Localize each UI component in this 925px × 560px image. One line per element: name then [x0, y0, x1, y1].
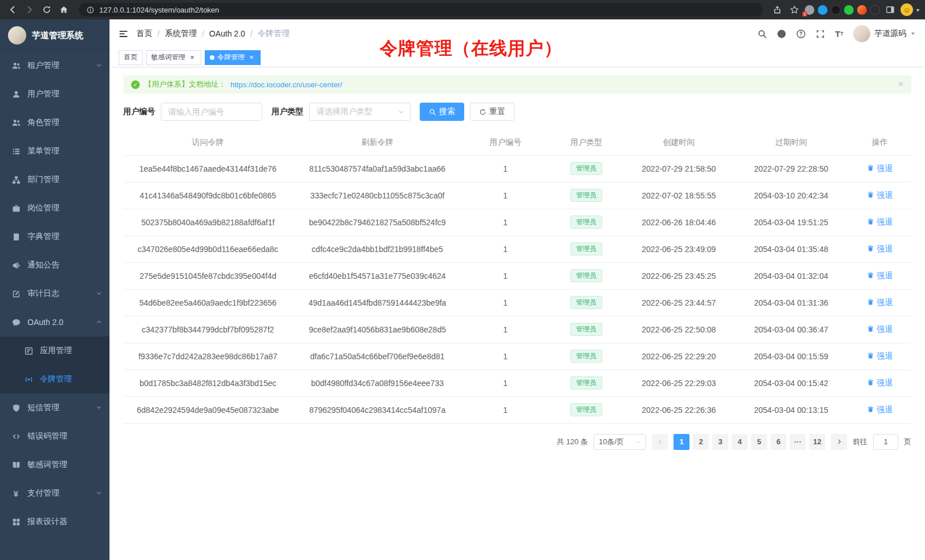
force-logout-button[interactable]: 强退 — [863, 163, 896, 175]
sidebar-item-3[interactable]: 菜单管理 — [0, 137, 109, 165]
font-size-icon[interactable]: TT — [835, 29, 843, 39]
reload-icon[interactable] — [40, 3, 54, 17]
browser-profile-avatar[interactable]: ☺ — [900, 3, 913, 16]
pager-page-6[interactable]: 6 — [770, 434, 786, 450]
force-logout-button[interactable]: 强退 — [863, 244, 896, 255]
force-logout-label: 强退 — [877, 244, 892, 254]
browser-menu-caret-icon[interactable]: ▾ — [916, 7, 919, 13]
force-logout-button[interactable]: 强退 — [863, 297, 896, 309]
extension-icon-6[interactable] — [870, 5, 880, 15]
pager-page-12[interactable]: 12 — [809, 434, 825, 450]
sidebar-item-16[interactable]: 报表设计器 — [0, 508, 109, 536]
user-dropdown[interactable]: 芋道源码 — [853, 25, 916, 42]
sidebar-item-7[interactable]: 通知公告 — [0, 251, 109, 279]
pager-more-button[interactable]: ··· — [790, 434, 806, 450]
sidebar-item-0[interactable]: 租户管理 — [0, 51, 109, 80]
pager-page-4[interactable]: 4 — [732, 434, 748, 450]
sidebar-item-1[interactable]: 用户管理 — [0, 80, 109, 108]
github-icon[interactable] — [777, 29, 786, 39]
extension-icon-3[interactable] — [831, 5, 841, 15]
reset-button[interactable]: 重置 — [470, 103, 514, 121]
side-panel-icon[interactable] — [883, 3, 897, 17]
user-id-label: 用户编号 — [123, 107, 155, 117]
force-logout-button[interactable]: 强退 — [863, 217, 896, 228]
user-type-select[interactable]: 请选择用户类型 — [309, 103, 411, 121]
pager-page-2[interactable]: 2 — [693, 434, 709, 450]
sidebar-item-10[interactable]: 应用管理 — [0, 336, 109, 365]
sidebar-item-2[interactable]: 角色管理 — [0, 108, 109, 137]
sidebar-item-label: 支付管理 — [27, 488, 96, 498]
breadcrumb-item[interactable]: 系统管理 — [165, 29, 197, 39]
pager-page-3[interactable]: 3 — [712, 434, 728, 450]
pager-page-5[interactable]: 5 — [751, 434, 767, 450]
expire-time-cell: 2054-03-10 20:42:34 — [734, 182, 848, 209]
tab-close-icon[interactable]: × — [188, 54, 196, 62]
user-type-cell: 管理员 — [549, 289, 623, 316]
sidebar-item-9[interactable]: OAuth 2.0 — [0, 308, 109, 336]
delete-icon — [867, 164, 874, 173]
force-logout-button[interactable]: 强退 — [863, 190, 896, 201]
alert-close-icon[interactable]: × — [898, 79, 903, 90]
sidebar-item-6[interactable]: 字典管理 — [0, 222, 109, 251]
prev-page-button[interactable] — [652, 434, 668, 450]
user-avatar — [853, 25, 870, 42]
breadcrumb-item[interactable]: 首页 — [136, 29, 152, 39]
extension-icon-1[interactable]: 1 — [805, 5, 814, 15]
sidebar-item-4[interactable]: 部门管理 — [0, 165, 109, 194]
extension-icon-4[interactable] — [844, 5, 854, 15]
created-time-cell: 2022-06-25 22:50:08 — [624, 316, 734, 343]
forward-icon[interactable] — [23, 3, 36, 17]
alert-doc-link[interactable]: https://doc.iocoder.cn/user-center/ — [230, 80, 342, 89]
users-icon — [11, 61, 21, 70]
fullscreen-icon[interactable] — [816, 29, 825, 39]
sidebar-item-8[interactable]: 审计日志 — [0, 279, 109, 308]
sidebar-item-15[interactable]: ¥支付管理 — [0, 479, 109, 508]
tab-0[interactable]: 首页 — [119, 50, 143, 65]
back-icon[interactable] — [6, 3, 19, 17]
extension-icon-2[interactable] — [818, 5, 827, 15]
tab-2[interactable]: 令牌管理× — [205, 50, 261, 65]
sidebar-item-label: 菜单管理 — [27, 146, 103, 156]
force-logout-label: 强退 — [877, 405, 892, 415]
pager-page-1[interactable]: 1 — [674, 434, 689, 450]
force-logout-button[interactable]: 强退 — [863, 404, 896, 416]
search-button-icon — [429, 108, 436, 116]
tab-1[interactable]: 敏感词管理× — [146, 50, 201, 65]
sidebar-item-5[interactable]: 岗位管理 — [0, 194, 109, 222]
chevron-down-icon — [96, 490, 103, 497]
sidebar-menu: 租户管理用户管理角色管理菜单管理部门管理岗位管理字典管理通知公告审计日志OAut… — [0, 51, 109, 536]
force-logout-button[interactable]: 强退 — [863, 351, 896, 362]
goto-page-input[interactable] — [873, 434, 898, 450]
page-size-select[interactable]: 10条/页 — [594, 434, 646, 450]
sidebar-item-11[interactable]: 令牌管理 — [0, 365, 109, 393]
tab-close-icon[interactable]: × — [248, 54, 255, 62]
bookmark-star-icon[interactable] — [788, 3, 801, 17]
force-logout-label: 强退 — [877, 324, 892, 335]
force-logout-button[interactable]: 强退 — [863, 378, 896, 389]
search-icon[interactable] — [757, 29, 767, 39]
menu-fold-icon[interactable] — [119, 29, 128, 39]
extension-icon-5[interactable] — [857, 5, 867, 15]
force-logout-button[interactable]: 强退 — [863, 270, 896, 282]
sidebar-item-12[interactable]: 短信管理 — [0, 393, 109, 422]
next-page-button[interactable] — [831, 434, 847, 450]
access-token-cell: 41c41346a548490f9dc8b01c6bfe0865 — [123, 182, 293, 209]
user-id-input[interactable] — [161, 103, 262, 121]
app-logo[interactable]: 芋道管理系统 — [0, 19, 109, 51]
breadcrumb-item[interactable]: OAuth 2.0 — [209, 29, 245, 38]
sidebar-item-label: 应用管理 — [40, 346, 103, 356]
home-icon[interactable] — [57, 3, 71, 17]
info-icon[interactable] — [86, 5, 95, 14]
table-row: 6d842e2924594de9a09e45e087323abe8796295f… — [123, 396, 911, 423]
sidebar-item-13[interactable]: 错误码管理 — [0, 422, 109, 451]
help-icon[interactable] — [796, 29, 806, 39]
user-caret-icon — [910, 31, 916, 36]
force-logout-button[interactable]: 强退 — [863, 324, 896, 335]
search-button[interactable]: 搜索 — [420, 103, 464, 121]
force-logout-label: 强退 — [877, 164, 892, 174]
address-bar[interactable]: 127.0.0.1:1024/system/oauth2/token — [79, 3, 762, 17]
share-icon[interactable] — [770, 3, 784, 17]
column-header: 访问令牌 — [123, 130, 293, 155]
sidebar-item-14[interactable]: 敏感词管理 — [0, 451, 109, 479]
user-type-cell: 管理员 — [549, 370, 623, 396]
